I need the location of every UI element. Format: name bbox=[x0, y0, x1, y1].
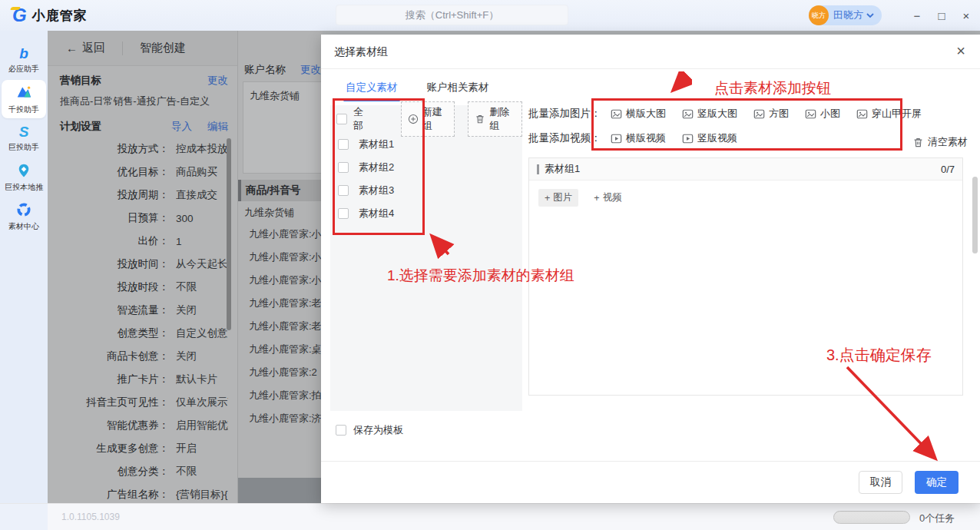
app-title: 小鹿管家 bbox=[32, 7, 88, 25]
image-icon bbox=[682, 108, 694, 120]
qiantou-assistant-icon bbox=[15, 84, 32, 103]
add-horizontal-image-button[interactable]: 横版大图 bbox=[611, 107, 666, 121]
sidebar-item-biying-assistant[interactable]: b 必应助手 bbox=[2, 41, 46, 79]
dialog-close-icon[interactable]: × bbox=[951, 41, 971, 61]
sidebar-item-label: 素材中心 bbox=[8, 221, 39, 231]
video-icon bbox=[682, 133, 694, 144]
image-icon bbox=[753, 108, 765, 120]
user-menu[interactable]: 晓方 田晓方 bbox=[809, 5, 882, 25]
batch-video-label: 批量添加视频： bbox=[528, 131, 611, 145]
image-icon bbox=[805, 108, 816, 120]
topbar: G 小鹿管家 搜索（Ctrl+Shift+F） 晓方 田晓方 − □ × bbox=[0, 0, 980, 31]
tab-custom-material[interactable]: 自定义素材 bbox=[346, 81, 398, 101]
group-checkbox[interactable] bbox=[338, 162, 349, 173]
group-checkbox[interactable] bbox=[338, 208, 349, 219]
video-icon bbox=[611, 133, 622, 144]
group-checkbox[interactable] bbox=[338, 139, 349, 150]
sidebar-item-label: 巨投本地推 bbox=[5, 182, 43, 192]
image-icon bbox=[611, 108, 622, 120]
sidebar: b 必应助手 千投助手 S 巨投助手 巨投 bbox=[0, 31, 48, 503]
save-template-checkbox[interactable] bbox=[336, 425, 346, 436]
sidebar-item-qiantou-assistant[interactable]: 千投助手 bbox=[2, 80, 46, 118]
material-group-list: 全部 新建组 删除组 素材组1 素材组2 素材组3 bbox=[330, 105, 522, 411]
add-small-image-button[interactable]: 小图 bbox=[805, 107, 840, 121]
trash-icon bbox=[912, 137, 924, 148]
sidebar-item-material-center[interactable]: 素材中心 bbox=[2, 197, 46, 236]
close-button[interactable]: × bbox=[954, 9, 978, 22]
task-count: 0个任务 bbox=[919, 512, 955, 525]
select-all-label: 全部 bbox=[353, 105, 372, 133]
sidebar-item-label: 千投助手 bbox=[8, 104, 39, 114]
confirm-button[interactable]: 确定 bbox=[915, 471, 958, 494]
delete-group-button[interactable]: 删除组 bbox=[468, 101, 522, 137]
username: 田晓方 bbox=[833, 8, 863, 22]
app-logo: G 小鹿管家 bbox=[12, 4, 88, 27]
group-panel-title: 素材组1 bbox=[545, 162, 941, 176]
material-center-icon bbox=[16, 202, 31, 220]
global-search-input[interactable]: 搜索（Ctrl+Shift+F） bbox=[336, 5, 568, 25]
cancel-button[interactable]: 取消 bbox=[859, 471, 902, 494]
dialog-footer: 取消 确定 bbox=[321, 461, 980, 503]
accent-bar bbox=[537, 164, 539, 174]
bing-assistant-icon: b bbox=[19, 45, 28, 62]
task-progress-bar bbox=[833, 511, 910, 524]
group-row[interactable]: 素材组3 bbox=[330, 179, 522, 202]
group-row[interactable]: 素材组4 bbox=[330, 202, 522, 225]
search-placeholder: 搜索（Ctrl+Shift+F） bbox=[406, 8, 498, 22]
add-pangle-splash-button[interactable]: 穿山甲开屏 bbox=[856, 107, 922, 121]
statusbar: 1.0.1105.1039 0个任务 bbox=[0, 503, 980, 530]
batch-add-toolbar: 批量添加图片： 横版大图 竖版大图 方图 小图 bbox=[528, 102, 963, 151]
image-icon bbox=[856, 108, 868, 120]
chevron-down-icon bbox=[866, 12, 875, 18]
dialog-title: 选择素材组 bbox=[334, 45, 388, 59]
save-as-template-option[interactable]: 保存为模板 bbox=[336, 423, 403, 437]
add-video-button[interactable]: + 视频 bbox=[588, 189, 627, 207]
maximize-button[interactable]: □ bbox=[929, 9, 954, 22]
clear-materials-button[interactable]: 清空素材 bbox=[912, 135, 968, 149]
add-image-button[interactable]: + 图片 bbox=[538, 189, 578, 207]
sidebar-item-jutou-assistant[interactable]: S 巨投助手 bbox=[2, 119, 46, 157]
sidebar-item-label: 必应助手 bbox=[8, 64, 39, 74]
divider bbox=[321, 68, 980, 69]
add-vertical-video-button[interactable]: 竖版视频 bbox=[682, 131, 737, 145]
trash-icon bbox=[475, 114, 485, 124]
plus-icon: + bbox=[545, 193, 550, 204]
annotation-arrow-down-left-icon bbox=[661, 71, 692, 102]
modal-scrollbar[interactable] bbox=[972, 177, 978, 253]
sidebar-item-label: 巨投助手 bbox=[8, 142, 39, 152]
tab-account-material[interactable]: 账户相关素材 bbox=[427, 81, 489, 101]
statusbar-left-cap bbox=[0, 504, 48, 530]
app-window: G 小鹿管家 搜索（Ctrl+Shift+F） 晓方 田晓方 − □ × b 必… bbox=[0, 0, 980, 530]
plus-icon: + bbox=[594, 193, 599, 204]
minimize-button[interactable]: − bbox=[905, 9, 929, 22]
material-tabs: 自定义素材 账户相关素材 bbox=[346, 81, 489, 101]
group-row[interactable]: 素材组2 bbox=[330, 156, 522, 179]
window-controls: − □ × bbox=[905, 0, 978, 31]
new-group-button[interactable]: 新建组 bbox=[401, 101, 455, 137]
material-group-content-panel: 素材组1 0/7 + 图片 + 视频 bbox=[528, 157, 963, 396]
add-horizontal-video-button[interactable]: 横版视频 bbox=[611, 131, 666, 145]
version-text: 1.0.1105.1039 bbox=[61, 512, 120, 522]
add-vertical-image-button[interactable]: 竖版大图 bbox=[682, 107, 737, 121]
select-material-group-dialog: 选择素材组 × 自定义素材 账户相关素材 全部 新建组 删除组 bbox=[321, 35, 980, 503]
group-checkbox[interactable] bbox=[338, 185, 349, 196]
annotation-add-hint-text: 点击素材添加按钮 bbox=[714, 78, 831, 98]
jutou-assistant-icon: S bbox=[19, 124, 29, 141]
avatar: 晓方 bbox=[809, 5, 829, 25]
material-count: 0/7 bbox=[941, 164, 955, 175]
add-square-image-button[interactable]: 方图 bbox=[753, 107, 789, 121]
batch-image-label: 批量添加图片： bbox=[528, 107, 611, 121]
location-pin-icon bbox=[16, 163, 31, 181]
app-logo-icon: G bbox=[12, 4, 27, 27]
select-all-checkbox[interactable] bbox=[336, 114, 347, 124]
plus-circle-icon bbox=[408, 114, 419, 124]
sidebar-item-jutou-local[interactable]: 巨投本地推 bbox=[2, 158, 46, 197]
